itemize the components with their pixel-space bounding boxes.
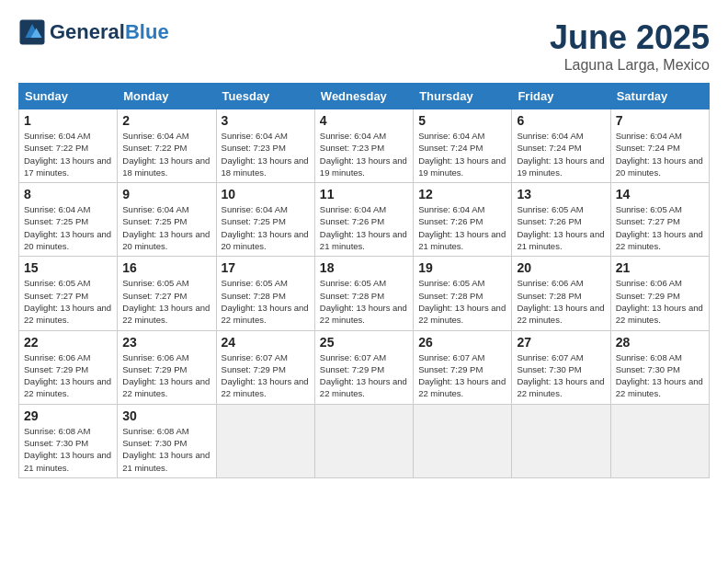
day-number: 1 — [24, 113, 112, 128]
day-detail: Sunrise: 6:05 AMSunset: 7:27 PMDaylight:… — [616, 203, 704, 252]
day-number: 3 — [222, 113, 310, 128]
day-detail: Sunrise: 6:05 AMSunset: 7:28 PMDaylight:… — [320, 277, 408, 326]
day-number: 15 — [24, 260, 112, 275]
calendar-cell: 15Sunrise: 6:05 AMSunset: 7:27 PMDayligh… — [19, 257, 118, 330]
day-detail: Sunrise: 6:07 AMSunset: 7:29 PMDaylight:… — [320, 351, 408, 400]
day-number: 2 — [122, 113, 210, 128]
day-detail: Sunrise: 6:04 AMSunset: 7:22 PMDaylight:… — [122, 130, 210, 178]
day-number: 30 — [122, 408, 210, 423]
calendar-cell: 14Sunrise: 6:05 AMSunset: 7:27 PMDayligh… — [610, 183, 709, 257]
day-number: 20 — [517, 260, 605, 275]
day-number: 6 — [517, 113, 605, 128]
day-detail: Sunrise: 6:05 AMSunset: 7:28 PMDaylight:… — [222, 277, 310, 326]
day-detail: Sunrise: 6:04 AMSunset: 7:24 PMDaylight:… — [616, 130, 704, 178]
day-detail: Sunrise: 6:05 AMSunset: 7:27 PMDaylight:… — [24, 277, 112, 326]
calendar-cell — [216, 404, 314, 477]
calendar-cell: 3Sunrise: 6:04 AMSunset: 7:23 PMDaylight… — [216, 109, 314, 183]
calendar-cell: 2Sunrise: 6:04 AMSunset: 7:22 PMDaylight… — [118, 109, 216, 183]
day-number: 16 — [122, 260, 210, 275]
calendar-cell: 4Sunrise: 6:04 AMSunset: 7:23 PMDaylight… — [314, 109, 413, 183]
calendar-cell: 10Sunrise: 6:04 AMSunset: 7:25 PMDayligh… — [216, 183, 314, 257]
calendar-cell: 27Sunrise: 6:07 AMSunset: 7:30 PMDayligh… — [512, 330, 610, 404]
day-detail: Sunrise: 6:04 AMSunset: 7:24 PMDaylight:… — [418, 130, 506, 178]
day-number: 4 — [320, 113, 408, 128]
logo-general: General — [50, 20, 125, 43]
location-title: Laguna Larga, Mexico — [550, 57, 710, 74]
day-number: 24 — [222, 335, 310, 350]
calendar-cell: 9Sunrise: 6:04 AMSunset: 7:25 PMDaylight… — [118, 183, 216, 257]
calendar-cell: 22Sunrise: 6:06 AMSunset: 7:29 PMDayligh… — [19, 330, 118, 404]
logo: GeneralBlue — [18, 18, 169, 46]
logo-icon — [18, 18, 46, 46]
day-detail: Sunrise: 6:04 AMSunset: 7:22 PMDaylight:… — [24, 130, 112, 178]
day-number: 14 — [616, 187, 704, 201]
day-number: 12 — [418, 187, 506, 201]
calendar-week-1: 1Sunrise: 6:04 AMSunset: 7:22 PMDaylight… — [19, 109, 710, 183]
day-number: 27 — [517, 335, 605, 350]
day-number: 19 — [418, 260, 506, 275]
calendar-cell: 17Sunrise: 6:05 AMSunset: 7:28 PMDayligh… — [216, 257, 314, 330]
day-number: 7 — [616, 113, 704, 128]
weekday-header-sunday: Sunday — [19, 84, 118, 109]
weekday-header-thursday: Thursday — [414, 84, 512, 109]
day-number: 9 — [122, 187, 210, 201]
calendar-cell: 21Sunrise: 6:06 AMSunset: 7:29 PMDayligh… — [610, 257, 709, 330]
day-number: 25 — [320, 335, 408, 350]
day-number: 13 — [517, 187, 605, 201]
calendar-cell: 26Sunrise: 6:07 AMSunset: 7:29 PMDayligh… — [414, 330, 512, 404]
day-detail: Sunrise: 6:05 AMSunset: 7:28 PMDaylight:… — [418, 277, 506, 326]
calendar-cell: 20Sunrise: 6:06 AMSunset: 7:28 PMDayligh… — [512, 257, 610, 330]
day-number: 5 — [418, 113, 506, 128]
day-detail: Sunrise: 6:04 AMSunset: 7:26 PMDaylight:… — [320, 203, 408, 252]
day-number: 10 — [222, 187, 310, 201]
calendar-cell: 12Sunrise: 6:04 AMSunset: 7:26 PMDayligh… — [414, 183, 512, 257]
calendar-cell: 18Sunrise: 6:05 AMSunset: 7:28 PMDayligh… — [314, 257, 413, 330]
calendar-cell: 30Sunrise: 6:08 AMSunset: 7:30 PMDayligh… — [118, 404, 216, 477]
day-detail: Sunrise: 6:08 AMSunset: 7:30 PMDaylight:… — [616, 351, 704, 400]
day-number: 26 — [418, 335, 506, 350]
weekday-header-wednesday: Wednesday — [314, 84, 413, 109]
calendar-week-4: 22Sunrise: 6:06 AMSunset: 7:29 PMDayligh… — [19, 330, 710, 404]
day-number: 29 — [24, 408, 112, 423]
weekday-header-friday: Friday — [512, 84, 610, 109]
logo-name: GeneralBlue — [50, 21, 169, 43]
weekday-header-saturday: Saturday — [610, 84, 709, 109]
calendar-cell — [512, 404, 610, 477]
calendar-cell: 11Sunrise: 6:04 AMSunset: 7:26 PMDayligh… — [314, 183, 413, 257]
calendar-week-3: 15Sunrise: 6:05 AMSunset: 7:27 PMDayligh… — [19, 257, 710, 330]
weekday-header-tuesday: Tuesday — [216, 84, 314, 109]
day-detail: Sunrise: 6:04 AMSunset: 7:25 PMDaylight:… — [24, 203, 112, 252]
day-detail: Sunrise: 6:07 AMSunset: 7:29 PMDaylight:… — [222, 351, 310, 400]
day-number: 17 — [222, 260, 310, 275]
day-detail: Sunrise: 6:06 AMSunset: 7:29 PMDaylight:… — [122, 351, 210, 400]
weekday-header-row: SundayMondayTuesdayWednesdayThursdayFrid… — [19, 84, 710, 109]
day-detail: Sunrise: 6:06 AMSunset: 7:28 PMDaylight:… — [517, 277, 605, 326]
day-number: 8 — [24, 187, 112, 201]
day-detail: Sunrise: 6:07 AMSunset: 7:30 PMDaylight:… — [517, 351, 605, 400]
day-detail: Sunrise: 6:05 AMSunset: 7:27 PMDaylight:… — [122, 277, 210, 326]
calendar-cell: 16Sunrise: 6:05 AMSunset: 7:27 PMDayligh… — [118, 257, 216, 330]
calendar-cell: 19Sunrise: 6:05 AMSunset: 7:28 PMDayligh… — [414, 257, 512, 330]
day-number: 21 — [616, 260, 704, 275]
calendar-cell: 24Sunrise: 6:07 AMSunset: 7:29 PMDayligh… — [216, 330, 314, 404]
weekday-header-monday: Monday — [118, 84, 216, 109]
day-number: 11 — [320, 187, 408, 201]
day-number: 23 — [122, 335, 210, 350]
day-detail: Sunrise: 6:08 AMSunset: 7:30 PMDaylight:… — [24, 425, 112, 474]
calendar-table: SundayMondayTuesdayWednesdayThursdayFrid… — [18, 83, 710, 478]
calendar-cell: 6Sunrise: 6:04 AMSunset: 7:24 PMDaylight… — [512, 109, 610, 183]
day-detail: Sunrise: 6:04 AMSunset: 7:25 PMDaylight:… — [122, 203, 210, 252]
calendar-cell — [314, 404, 413, 477]
calendar-cell — [414, 404, 512, 477]
day-detail: Sunrise: 6:06 AMSunset: 7:29 PMDaylight:… — [616, 277, 704, 326]
day-detail: Sunrise: 6:07 AMSunset: 7:29 PMDaylight:… — [418, 351, 506, 400]
day-detail: Sunrise: 6:04 AMSunset: 7:26 PMDaylight:… — [418, 203, 506, 252]
day-number: 28 — [616, 335, 704, 350]
calendar-cell: 25Sunrise: 6:07 AMSunset: 7:29 PMDayligh… — [314, 330, 413, 404]
logo-blue: Blue — [125, 20, 169, 43]
calendar-cell: 5Sunrise: 6:04 AMSunset: 7:24 PMDaylight… — [414, 109, 512, 183]
calendar-cell: 23Sunrise: 6:06 AMSunset: 7:29 PMDayligh… — [118, 330, 216, 404]
title-area: June 2025 Laguna Larga, Mexico — [550, 18, 710, 74]
calendar-week-5: 29Sunrise: 6:08 AMSunset: 7:30 PMDayligh… — [19, 404, 710, 477]
day-detail: Sunrise: 6:04 AMSunset: 7:23 PMDaylight:… — [222, 130, 310, 178]
